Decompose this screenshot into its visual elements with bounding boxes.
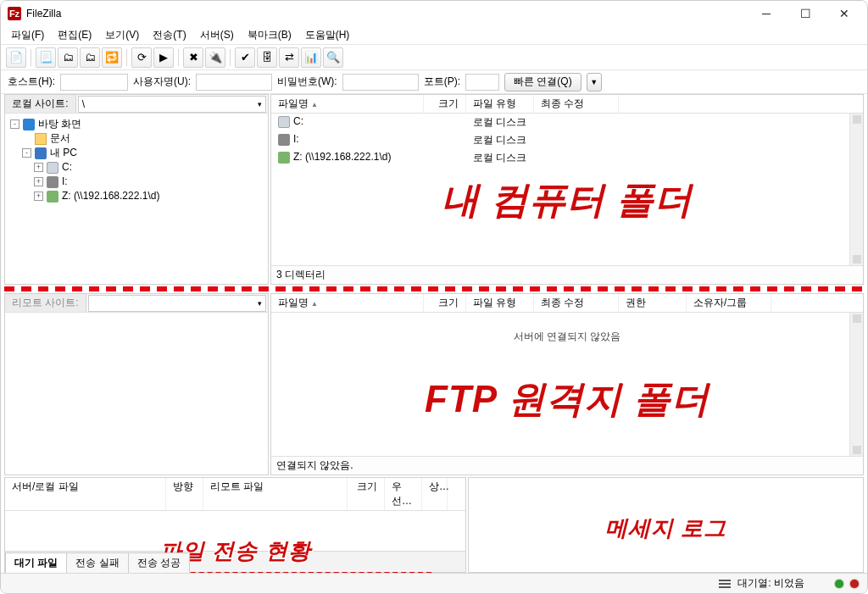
tree-label: C: xyxy=(62,160,72,175)
menu-transfer[interactable]: 전송(T) xyxy=(146,26,192,44)
col-modified[interactable]: 최종 수정 xyxy=(534,294,619,312)
filter-icon[interactable]: 🗄 xyxy=(257,47,277,68)
toolbar-separator xyxy=(126,49,127,66)
local-site-path: \ xyxy=(82,98,85,110)
tree-node[interactable]: +I: xyxy=(10,175,263,189)
remote-tree[interactable] xyxy=(5,313,268,475)
tab-queued-files[interactable]: 대기 파일 xyxy=(5,552,67,573)
toggle-queue-icon[interactable]: 🔁 xyxy=(102,47,122,68)
col-name[interactable]: 파일명 xyxy=(278,297,309,308)
queue-header[interactable]: 서버/로컬 파일 방향 리모트 파일 크기 우선… 상… xyxy=(5,478,465,511)
toggle-tree-local-icon[interactable]: 🗂 xyxy=(58,47,78,68)
find-icon[interactable]: 🔍 xyxy=(323,47,343,68)
pc-icon xyxy=(35,147,47,159)
message-log-panel[interactable]: 메세지 로그 xyxy=(468,477,864,573)
local-files-list[interactable]: C:로컬 디스크I:로컬 디스크Z: (\\192.168.222.1\d)로컬… xyxy=(271,114,863,265)
col-permissions[interactable]: 권한 xyxy=(619,294,687,312)
host-input[interactable] xyxy=(60,74,128,91)
col-status[interactable]: 상… xyxy=(422,478,448,510)
tab-successful-transfers[interactable]: 전송 성공 xyxy=(128,552,190,573)
local-tree[interactable]: -바탕 화면문서-내 PC+C:+I:+Z: (\\192.168.222.1\… xyxy=(5,114,268,284)
tree-node[interactable]: -바탕 화면 xyxy=(10,117,263,131)
queue-status-text: 대기열: 비었음 xyxy=(737,576,804,591)
quickconnect-button[interactable]: 빠른 연결(Q) xyxy=(504,73,581,92)
col-size[interactable]: 크기 xyxy=(424,95,466,113)
quickconnect-dropdown[interactable]: ▼ xyxy=(587,73,602,92)
tree-expander[interactable]: + xyxy=(34,163,43,172)
file-type: 로컬 디스크 xyxy=(466,114,534,130)
cancel-icon[interactable]: ✖ xyxy=(183,47,203,68)
menu-bar: 파일(F) 편집(E) 보기(V) 전송(T) 서버(S) 북마크(B) 도움말… xyxy=(1,26,867,45)
tree-expander[interactable]: - xyxy=(22,148,31,158)
remote-files-list[interactable]: 서버에 연결되지 않았음 xyxy=(271,313,863,456)
tree-label: 바탕 화면 xyxy=(38,117,81,131)
sync-browse-icon[interactable]: 📊 xyxy=(301,47,321,68)
maximize-button[interactable]: ☐ xyxy=(786,1,825,26)
remote-not-connected-msg: 서버에 연결되지 않았음 xyxy=(271,313,863,361)
toggle-log-icon[interactable]: 📃 xyxy=(36,47,56,68)
menu-bookmarks[interactable]: 북마크(B) xyxy=(241,26,298,44)
file-type: 로컬 디스크 xyxy=(466,132,534,148)
col-size[interactable]: 크기 xyxy=(424,294,466,312)
minimize-button[interactable]: ─ xyxy=(747,1,786,26)
password-input[interactable] xyxy=(342,74,419,91)
col-size[interactable]: 크기 xyxy=(348,478,385,510)
tree-label: I: xyxy=(62,175,68,189)
col-direction[interactable]: 방향 xyxy=(166,478,203,510)
menu-view[interactable]: 보기(V) xyxy=(98,26,146,44)
col-server-local-file[interactable]: 서버/로컬 파일 xyxy=(5,478,166,510)
tab-failed-transfers[interactable]: 전송 실패 xyxy=(66,552,128,573)
tree-node[interactable]: -내 PC xyxy=(10,146,263,160)
close-button[interactable]: ✕ xyxy=(825,1,864,26)
col-priority[interactable]: 우선… xyxy=(385,478,422,510)
col-type[interactable]: 파일 유형 xyxy=(466,294,534,312)
tree-expander[interactable]: - xyxy=(10,119,19,129)
col-name[interactable]: 파일명 xyxy=(278,97,309,109)
disconnect-icon[interactable]: 🔌 xyxy=(205,47,225,68)
menu-file[interactable]: 파일(F) xyxy=(4,26,51,44)
tree-node[interactable]: 문서 xyxy=(10,131,263,146)
local-status: 3 디렉터리 xyxy=(271,265,863,284)
site-manager-icon[interactable]: 📄 xyxy=(6,47,26,68)
username-input[interactable] xyxy=(196,74,272,91)
file-row[interactable]: I:로컬 디스크 xyxy=(271,131,863,149)
col-modified[interactable]: 최종 수정 xyxy=(534,95,619,113)
toolbar-separator xyxy=(230,49,231,66)
scrollbar[interactable] xyxy=(849,114,863,265)
quickconnect-bar: 호스트(H): 사용자명(U): 비밀번호(W): 포트(P): 빠른 연결(Q… xyxy=(1,70,867,94)
col-type[interactable]: 파일 유형 xyxy=(466,95,534,113)
menu-help[interactable]: 도움말(H) xyxy=(298,26,357,44)
local-site-combo[interactable]: \ ▾ xyxy=(78,96,266,113)
toolbar-separator xyxy=(31,49,31,66)
toolbar: 📄📃🗂🗂🔁⟳▶✖🔌✔🗄⇄📊🔍 xyxy=(1,45,867,70)
col-owner[interactable]: 소유자/그룹 xyxy=(687,294,771,312)
sort-indicator-icon: ▲ xyxy=(311,101,318,108)
file-name: Z: (\\192.168.222.1\d) xyxy=(293,151,391,163)
refresh-icon[interactable]: ⟳ xyxy=(131,47,152,68)
toggle-tree-remote-icon[interactable]: 🗂 xyxy=(80,47,100,68)
net-icon xyxy=(47,191,58,203)
reconnect-icon[interactable]: ✔ xyxy=(235,47,255,68)
queue-body[interactable]: 파일 전송 현황 xyxy=(5,511,465,551)
tree-node[interactable]: +Z: (\\192.168.222.1\d) xyxy=(10,189,263,203)
queue-status-icon xyxy=(719,580,731,588)
port-input[interactable] xyxy=(465,74,499,91)
file-row[interactable]: C:로컬 디스크 xyxy=(271,114,863,131)
menu-edit[interactable]: 편집(E) xyxy=(51,26,98,44)
remote-files-header[interactable]: 파일명▲ 크기 파일 유형 최종 수정 권한 소유자/그룹 xyxy=(271,294,863,313)
tree-expander[interactable]: + xyxy=(34,192,43,201)
username-label: 사용자명(U): xyxy=(133,75,191,89)
tree-node[interactable]: +C: xyxy=(10,160,263,175)
process-queue-icon[interactable]: ▶ xyxy=(153,47,174,68)
col-remote-file[interactable]: 리모트 파일 xyxy=(203,478,348,510)
file-row[interactable]: Z: (\\192.168.222.1\d)로컬 디스크 xyxy=(271,149,863,167)
scrollbar[interactable] xyxy=(849,313,863,456)
menu-server[interactable]: 서버(S) xyxy=(193,26,241,44)
overlay-log-label: 메세지 로그 xyxy=(605,514,726,543)
compare-icon[interactable]: ⇄ xyxy=(279,47,299,68)
tree-expander[interactable]: + xyxy=(34,177,43,186)
password-label: 비밀번호(W): xyxy=(277,75,337,89)
app-icon: Fz xyxy=(8,7,21,20)
local-files-header[interactable]: 파일명▲ 크기 파일 유형 최종 수정 xyxy=(271,95,863,114)
remote-site-combo[interactable]: ▾ xyxy=(88,295,266,312)
